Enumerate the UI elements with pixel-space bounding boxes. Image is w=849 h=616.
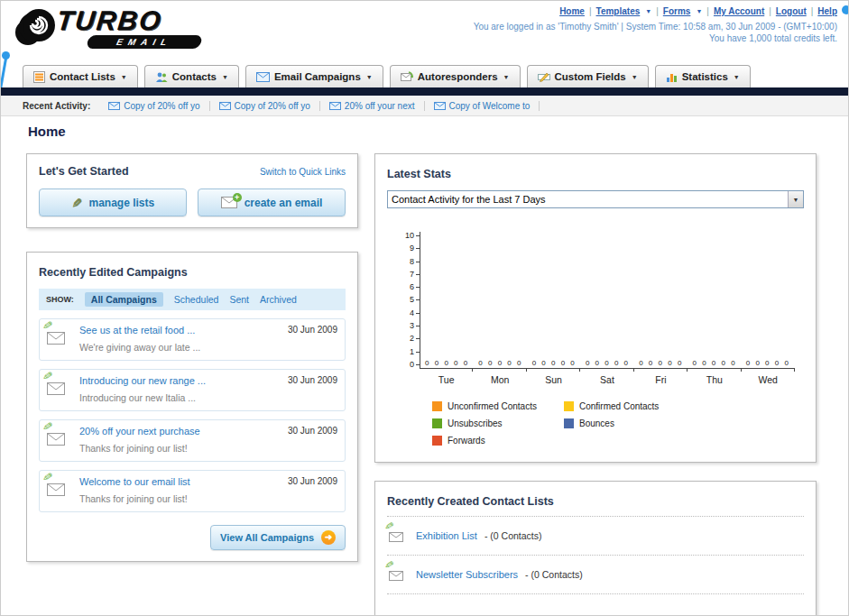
tab-label: Contacts: [172, 71, 217, 82]
separator: |: [589, 6, 592, 16]
recently-created-lists-panel: Recently Created Contact Lists ✎ Exhibit…: [374, 481, 817, 616]
y-tick-label: 5: [410, 296, 420, 304]
recent-activity-item[interactable]: 20% off your next: [320, 101, 425, 111]
y-tick-label: 7: [410, 271, 420, 279]
contact-count: - (0 Contacts): [525, 569, 583, 580]
campaign-title-link[interactable]: Welcome to our email list: [79, 476, 279, 487]
envelope-icon: [256, 72, 270, 82]
y-tick-label: 2: [410, 335, 420, 343]
tab-custom-fields[interactable]: Custom Fields ▼: [527, 65, 649, 87]
manage-lists-button[interactable]: ✎ manage lists: [39, 188, 187, 216]
envelope-pencil-icon: ✎: [47, 426, 70, 455]
tab-email-campaigns[interactable]: Email Campaigns ▼: [245, 65, 383, 87]
bar-value-labels: 0 0 0 0 0: [420, 359, 474, 367]
campaign-date: 30 Jun 2009: [288, 325, 337, 354]
contact-list-link[interactable]: Newsletter Subscribers: [416, 569, 518, 580]
create-email-button[interactable]: + create an email: [198, 188, 346, 216]
y-tick-label: 1: [410, 348, 420, 356]
tab-statistics[interactable]: Statistics ▼: [655, 65, 751, 87]
contact-lists-icon: [33, 71, 45, 83]
activity-link[interactable]: Copy of 20% off yo: [235, 101, 310, 111]
contact-list-item[interactable]: ✎ Exhibition List - (0 Contacts): [387, 517, 804, 556]
y-tick-label: 0: [410, 361, 420, 369]
chart-bar-group: 0 0 0 0 0: [528, 359, 581, 368]
chevron-down-icon: ▼: [632, 74, 638, 80]
recently-edited-campaigns-panel: Recently Edited Campaigns SHOW: All Camp…: [26, 252, 358, 562]
campaign-title-link[interactable]: See us at the retail food ...: [79, 325, 279, 336]
tab-contact-lists[interactable]: Contact Lists ▼: [23, 65, 138, 87]
y-tick-label: 9: [410, 244, 420, 253]
legend-label: Forwards: [448, 436, 485, 446]
legend-swatch: [564, 401, 574, 411]
envelope-icon: [219, 102, 231, 110]
chevron-down-icon: ▼: [696, 8, 702, 14]
recent-activity-item[interactable]: Copy of Welcome to: [425, 101, 540, 111]
tab-label: Contact Lists: [50, 71, 115, 82]
campaign-row[interactable]: ✎ See us at the retail food ... We're gi…: [39, 318, 346, 361]
tab-label: Email Campaigns: [274, 71, 361, 82]
contact-list-item[interactable]: ✎ Newsletter Subscribers - (0 Contacts): [387, 556, 804, 594]
campaign-title-link[interactable]: Introducing our new range ...: [79, 375, 279, 386]
chevron-down-icon: ▼: [503, 74, 510, 80]
chart-bar-group: 0 0 0 0 0: [688, 359, 741, 368]
x-axis-label: Mon: [473, 374, 526, 385]
separator: |: [811, 6, 814, 16]
nav-link-forms[interactable]: Forms: [663, 6, 691, 16]
chevron-down-icon: ▼: [734, 74, 740, 80]
bar-value-labels: 0 0 0 0 0: [581, 359, 634, 367]
recent-activity-item[interactable]: Copy of 20% off yo: [210, 101, 320, 111]
y-tick-label: 10: [405, 232, 420, 240]
x-axis-label: Sun: [527, 374, 580, 385]
nav-link-logout[interactable]: Logout: [776, 6, 807, 16]
top-nav-links: Home | Templates▼ | Forms▼ | My Account …: [559, 6, 837, 16]
app-window: TURBO EMAIL Home | Templates▼ | Forms▼ |…: [0, 0, 849, 616]
bar-value-labels: 0 0 0 0 0: [634, 359, 688, 367]
top-header: TURBO EMAIL Home | Templates▼ | Forms▼ |…: [1, 1, 848, 59]
campaign-row[interactable]: ✎ Welcome to our email list Thanks for j…: [39, 470, 346, 512]
bar-value-labels: 0 0 0 0 0: [742, 359, 795, 367]
contact-count: - (0 Contacts): [484, 530, 542, 541]
filter-archived[interactable]: Archived: [260, 294, 297, 305]
legend-item-bounces: Bounces: [564, 418, 696, 428]
recent-activity-item[interactable]: Copy of 20% off yo: [99, 101, 209, 111]
campaign-row[interactable]: ✎ Introducing our new range ... Introduc…: [39, 369, 346, 411]
nav-link-home[interactable]: Home: [559, 6, 585, 16]
stats-period-dropdown[interactable]: Contact Activity for the Last 7 Days ▼: [387, 190, 804, 208]
x-axis-label: Wed: [742, 374, 795, 385]
nav-link-help[interactable]: Help: [817, 6, 837, 16]
get-started-title: Let's Get Started: [39, 165, 129, 178]
chevron-down-icon: ▼: [121, 74, 127, 80]
activity-link[interactable]: Copy of Welcome to: [449, 101, 531, 111]
y-tick-label: 3: [410, 322, 420, 330]
recent-activity-label: Recent Activity:: [23, 101, 90, 111]
nav-link-templates[interactable]: Templates: [596, 6, 641, 16]
tab-label: Statistics: [682, 71, 728, 82]
x-axis-label: Fri: [634, 374, 688, 385]
nav-link-my-account[interactable]: My Account: [714, 6, 764, 16]
decorative-blue-dot: [842, 5, 849, 14]
y-tick-label: 4: [410, 309, 420, 317]
activity-link[interactable]: Copy of 20% off yo: [124, 101, 199, 111]
view-all-campaigns-button[interactable]: View All Campaigns ➜: [210, 525, 346, 550]
filter-sent[interactable]: Sent: [229, 294, 249, 305]
campaign-row[interactable]: ✎ 20% off your next purchase Thanks for …: [39, 419, 346, 462]
logo-swirl-icon: [23, 9, 55, 41]
chart-x-labels: TueMonSunSatFriThuWed: [420, 374, 795, 385]
campaign-title-link[interactable]: 20% off your next purchase: [79, 426, 279, 437]
activity-link[interactable]: 20% off your next: [345, 101, 415, 111]
envelope-pencil-icon: ✎: [47, 476, 70, 506]
tab-contacts[interactable]: Contacts ▼: [144, 65, 239, 87]
campaign-subtitle: We're giving away our late ...: [79, 342, 200, 353]
switch-quick-links-link[interactable]: Switch to Quick Links: [260, 167, 346, 177]
bar-value-labels: 0 0 0 0 0: [528, 359, 581, 367]
tab-autoresponders[interactable]: Autoresponders ▼: [390, 65, 521, 87]
filter-scheduled[interactable]: Scheduled: [174, 294, 219, 305]
contact-list-link[interactable]: Exhibition List: [416, 530, 477, 541]
x-axis-label: Thu: [688, 374, 741, 385]
legend-item-confirmed: Confirmed Contacts: [564, 401, 696, 411]
contact-activity-chart: 109876543210 0 0 0 0 00 0 0 0 00 0 0 0 0…: [400, 232, 795, 446]
legend-item-forwards: Forwards: [432, 436, 564, 446]
chart-bar-group: 0 0 0 0 0: [474, 359, 527, 368]
legend-label: Confirmed Contacts: [579, 401, 659, 411]
filter-all-campaigns[interactable]: All Campaigns: [85, 292, 163, 307]
